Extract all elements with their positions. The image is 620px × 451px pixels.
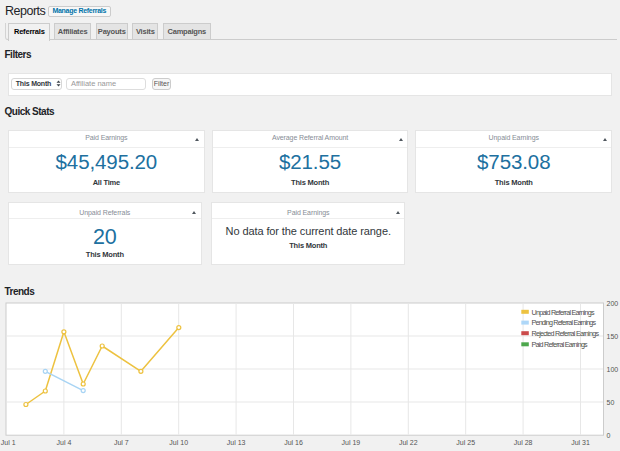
svg-text:Paid Referral Earnings: Paid Referral Earnings (532, 340, 589, 349)
svg-text:Jul 19: Jul 19 (342, 439, 361, 446)
svg-text:Jul 28: Jul 28 (514, 439, 533, 446)
svg-text:100: 100 (607, 366, 619, 373)
svg-text:200: 200 (607, 300, 619, 307)
svg-text:0: 0 (607, 432, 611, 439)
svg-text:Jul 31: Jul 31 (571, 439, 590, 446)
svg-text:50: 50 (607, 399, 615, 406)
svg-text:Jul 10: Jul 10 (169, 439, 188, 446)
svg-text:Unpaid Referral Earnings: Unpaid Referral Earnings (532, 308, 595, 317)
svg-text:Jul 22: Jul 22 (399, 439, 418, 446)
svg-text:Jul 13: Jul 13 (227, 439, 246, 446)
svg-text:Jul 1: Jul 1 (1, 439, 16, 446)
svg-text:Rejected Referral Earnings: Rejected Referral Earnings (532, 329, 600, 338)
svg-text:Jul 7: Jul 7 (114, 439, 129, 446)
svg-text:Jul 25: Jul 25 (456, 439, 475, 446)
svg-text:Pending Referral Earnings: Pending Referral Earnings (532, 318, 597, 327)
svg-text:Jul 16: Jul 16 (284, 439, 303, 446)
svg-text:150: 150 (607, 333, 619, 340)
svg-text:Jul 4: Jul 4 (57, 439, 72, 446)
